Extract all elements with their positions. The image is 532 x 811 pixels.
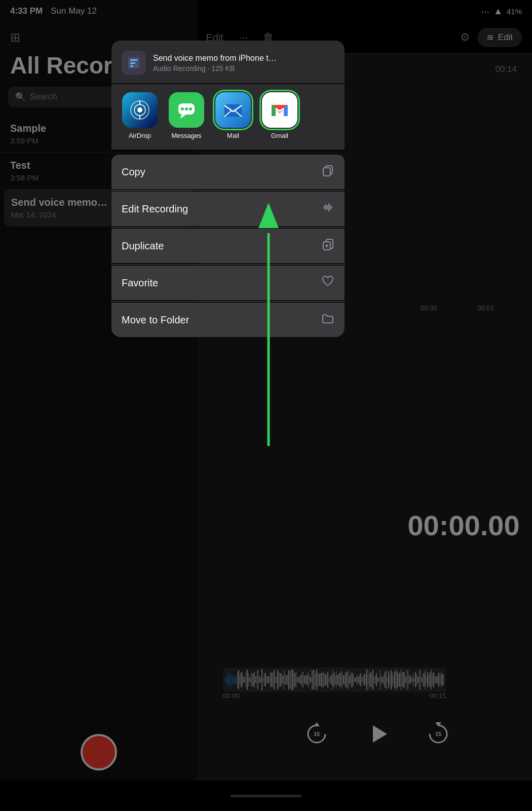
actions-section: Copy Edit Recording: [111, 155, 345, 337]
app-messages[interactable]: Messages: [165, 92, 208, 139]
gmail-label: Gmail: [271, 132, 288, 139]
share-subtitle: Audio Recording · 125 KB: [153, 64, 277, 72]
copy-button[interactable]: Copy: [111, 155, 345, 189]
duplicate-label: Duplicate: [122, 240, 164, 252]
divider: [111, 190, 345, 191]
divider: [111, 301, 345, 302]
edit-recording-label: Edit Recording: [122, 203, 188, 215]
svg-point-18: [189, 107, 192, 110]
airdrop-icon: [122, 92, 158, 128]
svg-point-17: [185, 107, 188, 110]
heart-icon: [321, 275, 334, 291]
svg-marker-15: [180, 115, 186, 119]
app-airdrop[interactable]: AirDrop: [119, 92, 161, 139]
move-to-folder-label: Move to Folder: [122, 314, 189, 326]
copy-label: Copy: [122, 166, 145, 178]
svg-rect-7: [130, 62, 135, 64]
favorite-button[interactable]: Favorite: [111, 266, 345, 300]
edit-recording-button[interactable]: Edit Recording: [111, 192, 345, 226]
share-title: Send voice memo from iPhone t…: [153, 54, 277, 63]
favorite-label: Favorite: [122, 277, 158, 289]
app-mail[interactable]: Mail: [212, 92, 254, 139]
divider: [111, 227, 345, 228]
share-file-icon: [122, 51, 146, 75]
mail-icon: [215, 92, 251, 128]
move-to-folder-button[interactable]: Move to Folder: [111, 303, 345, 337]
svg-rect-27: [323, 168, 330, 176]
messages-icon: [169, 92, 204, 128]
airdrop-label: AirDrop: [129, 132, 151, 139]
svg-point-11: [137, 107, 142, 113]
share-modal: Send voice memo from iPhone t… Audio Rec…: [111, 41, 345, 337]
apps-section: AirDrop Messages: [111, 84, 345, 150]
share-text: Send voice memo from iPhone t… Audio Rec…: [153, 54, 277, 72]
copy-icon: [321, 164, 334, 180]
messages-label: Messages: [171, 132, 201, 139]
waveform-edit-icon: [321, 201, 334, 217]
folder-icon: [321, 312, 334, 328]
svg-rect-6: [130, 59, 137, 61]
svg-rect-8: [130, 65, 133, 67]
app-gmail[interactable]: Gmail: [258, 92, 301, 139]
share-header: Send voice memo from iPhone t… Audio Rec…: [111, 41, 345, 83]
duplicate-button[interactable]: Duplicate: [111, 229, 345, 263]
divider: [111, 264, 345, 265]
svg-point-16: [181, 107, 184, 110]
duplicate-icon: [321, 238, 334, 254]
gmail-icon: [262, 92, 297, 128]
mail-label: Mail: [227, 132, 239, 139]
